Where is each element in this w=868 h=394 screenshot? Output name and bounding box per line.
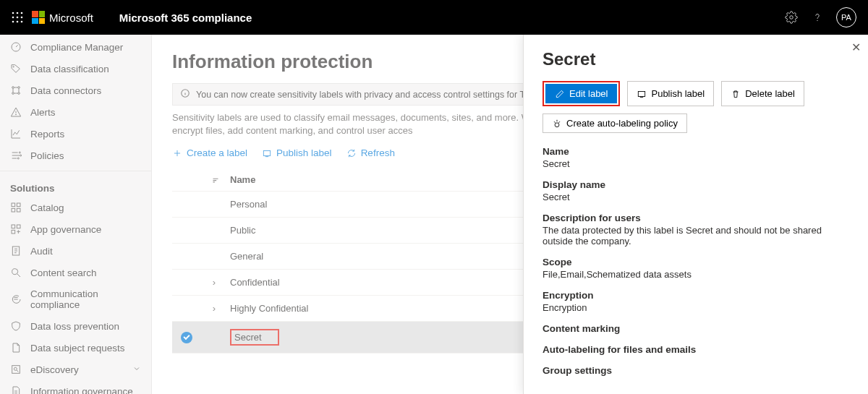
settings-icon[interactable]: [778, 4, 804, 30]
nav-audit[interactable]: Audit: [0, 240, 151, 262]
highlighted-label-name: Secret: [230, 329, 279, 346]
svg-point-2: [21, 12, 23, 14]
nav-label: Data subject requests: [30, 343, 125, 354]
chat-icon: [10, 294, 22, 305]
create-autolabel-policy-button[interactable]: Create auto-labeling policy: [542, 114, 687, 133]
svg-point-4: [17, 17, 19, 19]
info-icon: [180, 88, 190, 100]
nav-label: Compliance Manager: [30, 42, 123, 53]
svg-point-34: [555, 122, 559, 127]
edit-button-highlight: Edit label: [542, 81, 620, 106]
chevron-down-icon: [132, 364, 141, 375]
app-launcher-icon[interactable]: [6, 6, 29, 29]
prop-label-encryption: Encryption: [542, 290, 849, 301]
svg-point-0: [12, 12, 14, 14]
detail-actions: Edit label Publish label Delete label Cr…: [542, 81, 849, 133]
prop-label-scope: Scope: [542, 257, 849, 267]
microsoft-logo: Microsoft: [32, 11, 93, 24]
cmd-publish-label[interactable]: Publish label: [262, 147, 332, 158]
svg-point-10: [817, 20, 817, 21]
svg-rect-21: [17, 203, 20, 207]
svg-point-15: [18, 93, 20, 95]
svg-point-18: [20, 155, 22, 156]
nav-data-loss-prevention[interactable]: Data loss prevention: [0, 315, 151, 337]
cmd-refresh[interactable]: Refresh: [346, 147, 395, 158]
nav-label: Policies: [30, 150, 64, 161]
row-selected-icon[interactable]: [181, 332, 192, 343]
grid-icon: [10, 202, 22, 213]
cmd-create-label[interactable]: Create a label: [172, 147, 247, 158]
nav-catalog[interactable]: Catalog: [0, 197, 151, 218]
connectors-icon: [10, 85, 22, 96]
prop-value-display-name: Secret: [542, 192, 849, 202]
chevron-right-icon[interactable]: ›: [208, 277, 220, 288]
left-nav: Compliance Manager Data classification D…: [0, 35, 152, 394]
svg-point-8: [21, 21, 23, 23]
svg-point-11: [13, 67, 14, 67]
prop-label-group-settings: Group settings: [542, 365, 849, 376]
close-icon[interactable]: ✕: [851, 40, 861, 54]
svg-rect-33: [639, 91, 645, 96]
svg-rect-25: [17, 225, 20, 228]
publish-label-button[interactable]: Publish label: [627, 81, 714, 106]
chevron-right-icon[interactable]: ›: [208, 303, 220, 314]
svg-point-17: [19, 152, 20, 153]
prop-value-name: Secret: [542, 158, 849, 169]
nav-label: Alerts: [30, 107, 56, 118]
policies-icon: [10, 150, 22, 161]
nav-alerts[interactable]: Alerts: [0, 101, 151, 123]
prop-value-description: The data protected by this label is Secr…: [542, 225, 849, 247]
top-bar: Microsoft Microsoft 365 compliance PA: [0, 0, 868, 35]
nav-data-subject-requests[interactable]: Data subject requests: [0, 337, 151, 359]
user-avatar[interactable]: PA: [836, 7, 856, 27]
sort-icon[interactable]: [201, 175, 230, 185]
alert-icon: [10, 106, 22, 118]
nav-label: Content search: [30, 267, 97, 278]
btn-label: Edit label: [569, 88, 608, 99]
svg-rect-24: [12, 225, 15, 228]
apps-icon: [10, 223, 22, 235]
svg-rect-22: [12, 208, 15, 212]
nav-content-search[interactable]: Content search: [0, 262, 151, 283]
search-icon: [10, 267, 22, 278]
prop-label-autolabeling: Auto-labeling for files and emails: [542, 344, 849, 355]
svg-point-7: [17, 21, 19, 23]
delete-label-button[interactable]: Delete label: [721, 81, 804, 106]
nav-communication-compliance[interactable]: Communication compliance: [0, 283, 151, 315]
governance-icon: [10, 385, 22, 394]
nav-reports[interactable]: Reports: [0, 123, 151, 145]
detail-title: Secret: [542, 49, 849, 69]
nav-label: Communication compliance: [30, 288, 141, 310]
svg-point-14: [12, 93, 14, 95]
svg-point-19: [17, 158, 19, 159]
svg-rect-23: [17, 208, 20, 212]
nav-label: Data classification: [30, 64, 109, 74]
nav-compliance-manager[interactable]: Compliance Manager: [0, 36, 151, 58]
nav-label: Audit: [30, 246, 53, 257]
nav-label: Data loss prevention: [30, 321, 119, 332]
prop-label-content-marking: Content marking: [542, 323, 849, 334]
label-detail-pane: ✕ Secret Edit label Publish label Delete…: [523, 35, 868, 394]
help-icon[interactable]: [804, 4, 830, 30]
nav-data-connectors[interactable]: Data connectors: [0, 80, 151, 101]
nav-information-governance[interactable]: Information governance: [0, 380, 151, 394]
nav-label: Information governance: [30, 386, 133, 395]
btn-label: Create auto-labeling policy: [566, 118, 678, 129]
prop-value-encryption: Encryption: [542, 302, 849, 313]
nav-section-solutions: Solutions: [0, 176, 151, 197]
cmd-label: Publish label: [276, 147, 332, 158]
svg-point-12: [12, 87, 14, 89]
svg-point-13: [18, 87, 20, 89]
edit-label-button[interactable]: Edit label: [545, 84, 617, 103]
nav-policies[interactable]: Policies: [0, 145, 151, 166]
avatar-initials: PA: [841, 13, 851, 22]
nav-ediscovery[interactable]: eDiscovery: [0, 359, 151, 380]
tag-icon: [10, 63, 22, 74]
nav-data-classification[interactable]: Data classification: [0, 58, 151, 80]
shield-icon: [10, 320, 22, 332]
svg-point-16: [15, 114, 16, 115]
svg-point-1: [17, 12, 19, 14]
nav-app-governance[interactable]: App governance: [0, 218, 151, 240]
nav-label: eDiscovery: [30, 364, 79, 375]
microsoft-logo-text: Microsoft: [49, 12, 93, 24]
